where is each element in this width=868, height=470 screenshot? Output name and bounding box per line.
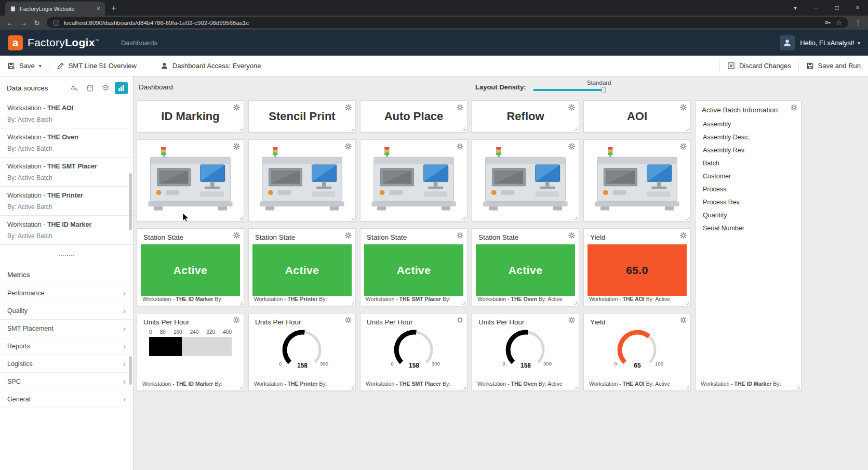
panel-splitter[interactable] <box>0 245 133 266</box>
maximize-button[interactable]: □ <box>826 0 847 16</box>
batch-info-item[interactable]: Assembly Rev. <box>696 144 801 157</box>
batch-info-item[interactable]: Process <box>696 183 801 196</box>
dashboard-access-button[interactable]: Dashboard Access: Everyone <box>153 56 269 76</box>
resize-handle[interactable] <box>461 126 466 131</box>
sidebar-scrollbar[interactable] <box>129 172 132 326</box>
save-and-run-button[interactable]: Save and Run <box>799 56 868 76</box>
batch-info-item[interactable]: Quantity <box>696 209 801 222</box>
gear-icon[interactable] <box>457 104 463 111</box>
metric-item-logistics[interactable]: Logistics› <box>0 355 133 373</box>
gear-icon[interactable] <box>680 317 687 323</box>
footer-post: By: <box>317 381 327 387</box>
gear-icon[interactable] <box>345 143 352 150</box>
gear-icon[interactable] <box>233 317 240 323</box>
key-icon[interactable] <box>824 19 831 26</box>
browser-tab[interactable]: FactoryLogix Website × <box>5 2 105 16</box>
resize-handle[interactable] <box>238 126 243 131</box>
resize-handle[interactable] <box>238 215 243 220</box>
close-button[interactable]: × <box>847 0 868 16</box>
batch-info-item[interactable]: Process Rev. <box>696 196 801 209</box>
forward-icon[interactable]: → <box>17 19 30 27</box>
gear-icon[interactable] <box>345 232 352 239</box>
gear-icon[interactable] <box>457 232 463 239</box>
gear-icon[interactable] <box>233 232 240 239</box>
footer-post: By: <box>771 381 781 387</box>
gear-icon[interactable] <box>233 104 240 111</box>
resize-handle[interactable] <box>461 215 466 220</box>
batch-info-item[interactable]: Assembly Desc. <box>696 131 801 144</box>
data-source-item[interactable]: Workstation - THE ID MarkerBy: Active Ba… <box>0 216 133 245</box>
bookmark-star-icon[interactable]: ☆ <box>836 19 842 27</box>
gear-icon[interactable] <box>680 232 687 239</box>
process-title-card: AOI <box>583 100 691 133</box>
resize-handle[interactable] <box>573 215 578 220</box>
batch-info-item[interactable]: Serial Number <box>696 222 801 235</box>
resize-handle[interactable] <box>685 126 689 131</box>
address-bar[interactable]: i localhost:8090/dashboards/d84b4786-69f… <box>47 17 848 28</box>
metric-item-smt-placement[interactable]: SMT Placement› <box>0 320 133 337</box>
batch-info-item[interactable]: Assembly <box>696 118 801 131</box>
gear-icon[interactable] <box>345 104 352 111</box>
gear-icon[interactable] <box>345 317 352 323</box>
data-source-item[interactable]: Workstation - THE SMT PlacerBy: Active B… <box>0 158 133 187</box>
batch-info-item[interactable]: Customer <box>696 170 801 183</box>
people-icon <box>161 62 168 70</box>
resize-handle[interactable] <box>350 215 354 220</box>
gear-icon[interactable] <box>791 104 797 111</box>
metrics-scrollbar[interactable] <box>129 354 132 458</box>
factorylogix-logo[interactable]: a <box>8 35 23 50</box>
resize-handle[interactable] <box>685 215 689 220</box>
save-button[interactable]: Save ▾ <box>0 56 49 76</box>
minimize-button[interactable]: – <box>806 0 826 16</box>
dashboard-canvas: Dashboard Layout Density: Standard ID Ma… <box>133 76 868 470</box>
data-source-item[interactable]: Workstation - THE PrinterBy: Active Batc… <box>0 187 133 216</box>
slider-handle[interactable] <box>602 87 606 93</box>
resize-handle[interactable] <box>350 126 354 131</box>
slider-fill <box>533 89 602 91</box>
new-tab-button[interactable]: + <box>105 3 123 16</box>
metric-item-reports[interactable]: Reports› <box>0 337 133 355</box>
gear-icon[interactable] <box>568 104 575 111</box>
user-menu[interactable]: Hello, FLxAnalyst! ▾ <box>800 39 860 47</box>
units-per-hour-card: Units Per Hour 0300158 Workstation - THE… <box>248 313 356 391</box>
gear-icon[interactable] <box>568 232 575 239</box>
chart-icon-button[interactable] <box>115 82 128 94</box>
card-title: Units Per Hour <box>143 318 190 326</box>
tab-close-icon[interactable]: × <box>97 5 100 12</box>
back-icon[interactable]: ← <box>3 19 17 27</box>
radial-gauge: 0300158 <box>266 326 339 372</box>
splitter-grip-icon <box>59 255 74 256</box>
metric-item-quality[interactable]: Quality› <box>0 302 133 320</box>
metric-item-performance[interactable]: Performance› <box>0 284 133 302</box>
metric-item-spc[interactable]: SPC› <box>0 373 133 390</box>
window-chevron-icon[interactable]: ▾ <box>785 0 806 16</box>
user-avatar[interactable] <box>780 35 795 50</box>
refresh-icon[interactable]: ↻ <box>30 19 44 27</box>
data-source-item[interactable]: Workstation - THE OvenBy: Active Batch <box>0 128 133 158</box>
svg-text:100: 100 <box>655 361 663 367</box>
browser-navbar: ← → ↻ i localhost:8090/dashboards/d84b47… <box>0 16 868 30</box>
gear-icon[interactable] <box>457 143 463 150</box>
layers-icon-button[interactable] <box>99 82 112 94</box>
gear-icon[interactable] <box>680 143 687 150</box>
batch-info-item[interactable]: Batch <box>696 157 801 170</box>
gear-icon[interactable] <box>680 104 687 111</box>
units-per-hour-card: Units Per Hour 0300158 Workstation - THE… <box>472 313 579 391</box>
gear-icon[interactable] <box>568 317 575 323</box>
gear-icon[interactable] <box>233 143 240 150</box>
gear-icon[interactable] <box>568 143 575 150</box>
database-icon-button[interactable] <box>84 82 97 94</box>
expression-icon-button[interactable] <box>68 82 81 94</box>
metric-item-general[interactable]: General› <box>0 390 133 408</box>
browser-menu-icon[interactable]: ⋮ <box>851 19 865 27</box>
site-info-icon[interactable]: i <box>53 20 59 26</box>
layout-density-slider[interactable]: Standard <box>533 79 606 95</box>
discard-changes-button[interactable]: Discard Changes <box>720 56 798 76</box>
state-value-block: 65.0 <box>587 244 687 296</box>
gear-icon[interactable] <box>457 317 463 323</box>
dashboard-name-button[interactable]: SMT Line 51 Overview <box>49 56 144 76</box>
data-source-item[interactable]: Workstation - THE AOIBy: Active Batch <box>0 99 133 128</box>
resize-handle[interactable] <box>573 126 578 131</box>
nav-dashboards[interactable]: Dashboards <box>121 39 157 47</box>
batch-info-list: AssemblyAssembly Desc.Assembly Rev.Batch… <box>696 118 801 377</box>
